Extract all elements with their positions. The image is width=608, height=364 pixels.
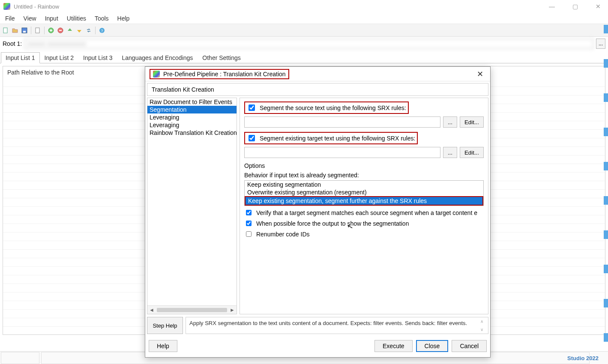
app-icon — [3, 3, 10, 10]
segment-target-browse-button[interactable]: ... — [443, 147, 457, 158]
swap-icon[interactable] — [85, 27, 93, 34]
menu-tools[interactable]: Tools — [90, 14, 113, 23]
dialog-title: Pre-Defined Pipeline : Translation Kit C… — [163, 71, 286, 78]
verify-label: Verify that a target segment matches eac… — [256, 209, 477, 216]
dialog-close-button[interactable]: ✕ — [474, 69, 486, 79]
segment-target-path-input[interactable] — [244, 147, 440, 158]
step-item-0[interactable]: Raw Document to Filter Events — [147, 98, 237, 106]
tab-other-settings[interactable]: Other Settings — [198, 52, 246, 63]
svg-rect-0 — [3, 28, 7, 33]
step-item-4[interactable]: Rainbow Translation Kit Creation — [147, 129, 237, 137]
root-label: Root 1: — [3, 40, 22, 47]
step-item-1[interactable]: Segmentation — [147, 106, 237, 113]
menu-utilities[interactable]: Utilities — [63, 14, 90, 23]
tab-bar: Input List 1 Input List 2 Input List 3 L… — [0, 51, 608, 63]
segment-source-path-input[interactable] — [244, 116, 440, 128]
behavior-listbox[interactable]: Keep existing segmentation Overwrite exi… — [244, 180, 484, 206]
behavior-option-1[interactable]: Overwrite existing segmentation (resegme… — [245, 188, 483, 196]
execute-button[interactable]: Execute — [374, 340, 413, 352]
force-output-label: When possible force the output to show t… — [256, 220, 409, 227]
maximize-button[interactable]: ▢ — [569, 3, 581, 10]
add-icon[interactable] — [47, 27, 55, 34]
tab-input-list-2[interactable]: Input List 2 — [40, 52, 79, 63]
segment-source-browse-button[interactable]: ... — [443, 116, 457, 128]
svg-rect-3 — [36, 28, 39, 33]
save-icon[interactable] — [21, 27, 28, 34]
step-item-3[interactable]: Leveraging — [147, 121, 237, 129]
step-description: Apply SRX segmentation to the text units… — [186, 317, 488, 334]
toolbar-separator — [44, 27, 45, 34]
new-icon[interactable] — [2, 27, 9, 34]
step-description-text: Apply SRX segmentation to the text units… — [189, 320, 467, 326]
menu-bar: File View Input Utilities Tools Help — [0, 13, 608, 24]
behavior-option-0[interactable]: Keep existing segmentation — [245, 181, 483, 188]
segment-target-edit-button[interactable]: Edit... — [460, 147, 484, 158]
menu-file[interactable]: File — [1, 14, 19, 23]
tab-input-list-3[interactable]: Input List 3 — [78, 52, 117, 63]
doc-icon[interactable] — [34, 27, 42, 34]
steps-hscrollbar[interactable]: ◄► — [147, 305, 237, 314]
root-row: Root 1: ... — [0, 37, 608, 51]
segment-target-label: Segment existing target text using the f… — [260, 135, 415, 142]
dialog-titlebar: Pre-Defined Pipeline : Translation Kit C… — [145, 67, 490, 81]
renumber-label: Renumber code IDs — [256, 231, 310, 238]
dialog-icon — [153, 71, 160, 78]
toolbar: ? — [0, 24, 608, 37]
remove-icon[interactable] — [57, 27, 64, 34]
force-output-checkbox[interactable] — [246, 221, 252, 226]
step-help-button[interactable]: Step Help — [147, 317, 183, 334]
segment-source-edit-button[interactable]: Edit... — [460, 116, 484, 128]
help-icon[interactable]: ? — [98, 27, 106, 34]
background-strip — [604, 25, 608, 364]
minimize-button[interactable]: — — [545, 3, 558, 10]
step-item-2[interactable]: Leveraging — [147, 113, 237, 121]
menu-input[interactable]: Input — [41, 14, 63, 23]
step-options-panel: Segment the source text using the follow… — [240, 98, 488, 314]
behavior-option-2[interactable]: Keep existing segmentation, segment furt… — [245, 196, 483, 206]
pipeline-dialog: Pre-Defined Pipeline : Translation Kit C… — [145, 66, 491, 358]
svg-rect-2 — [23, 31, 26, 33]
close-button[interactable]: Close — [416, 340, 449, 352]
down-icon[interactable] — [75, 27, 83, 34]
desc-scrollbar[interactable]: ∧∨ — [480, 319, 486, 332]
options-label: Options — [244, 162, 484, 169]
steps-list: Raw Document to Filter Events Segmentati… — [147, 98, 237, 314]
toolbar-separator — [95, 27, 96, 34]
behavior-label: Behavior if input text is already segmen… — [244, 172, 484, 179]
background-studio-text: Studio 2022 — [567, 355, 599, 361]
window-titlebar: Untitled - Rainbow — ▢ ✕ — [0, 0, 608, 13]
menu-view[interactable]: View — [19, 14, 41, 23]
open-icon[interactable] — [11, 27, 19, 34]
up-icon[interactable] — [66, 27, 74, 34]
toolbar-separator — [31, 27, 31, 34]
segment-source-label: Segment the source text using the follow… — [260, 104, 406, 111]
window-title: Untitled - Rainbow — [14, 3, 59, 10]
cancel-button[interactable]: Cancel — [452, 340, 487, 352]
segment-target-checkbox[interactable] — [249, 135, 255, 141]
verify-checkbox[interactable] — [246, 210, 252, 215]
root-path-input[interactable] — [24, 39, 593, 49]
help-button[interactable]: Help — [149, 340, 177, 352]
dialog-section-title: Translation Kit Creation — [147, 83, 488, 96]
tab-languages-encodings[interactable]: Languages and Encodings — [117, 52, 198, 63]
renumber-checkbox[interactable] — [246, 231, 252, 237]
segment-source-checkbox[interactable] — [249, 104, 255, 111]
close-window-button[interactable]: ✕ — [592, 3, 605, 10]
menu-help[interactable]: Help — [113, 14, 134, 23]
svg-text:?: ? — [101, 29, 103, 33]
tab-input-list-1[interactable]: Input List 1 — [1, 52, 40, 63]
